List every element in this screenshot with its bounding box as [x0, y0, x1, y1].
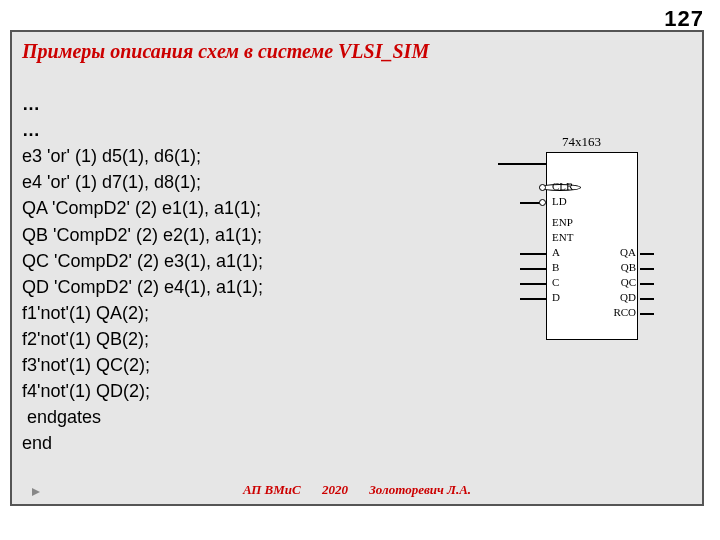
- inverter-bubble-icon: [539, 184, 546, 191]
- pin-label: D: [552, 291, 560, 303]
- code-line: QD 'CompD2' (2) e4(1), a1(1);: [22, 277, 263, 297]
- pin-label: ENP: [552, 216, 573, 228]
- code-line: f4'not'(1) QD(2);: [22, 381, 150, 401]
- wire-icon: [520, 298, 546, 300]
- pin-label: LD: [552, 195, 567, 207]
- wire-icon: [640, 283, 654, 285]
- wire-icon: [640, 253, 654, 255]
- wire-icon: [520, 202, 540, 204]
- pin-label: ENT: [552, 231, 573, 243]
- code-line: endgates: [22, 407, 101, 427]
- pin-label: A: [552, 246, 560, 258]
- slide-body: Примеры описания схем в системе VLSI_SIM…: [10, 30, 704, 506]
- pin-label: C: [552, 276, 559, 288]
- code-line: f1'not'(1) QA(2);: [22, 303, 149, 323]
- footer-course: АП ВМиС: [243, 482, 301, 497]
- code-line: f3'not'(1) QC(2);: [22, 355, 150, 375]
- pin-label: QC: [621, 276, 636, 288]
- code-line: …: [22, 94, 40, 114]
- wire-icon: [520, 283, 546, 285]
- code-line: QA 'CompD2' (2) e1(1), a1(1);: [22, 198, 261, 218]
- code-line: …: [22, 120, 40, 140]
- wire-icon: [520, 268, 546, 270]
- inverter-bubble-icon: [539, 199, 546, 206]
- code-line: QC 'CompD2' (2) e3(1), a1(1);: [22, 251, 263, 271]
- pin-label: B: [552, 261, 559, 273]
- footer-author: Золоторевич Л.А.: [369, 482, 471, 497]
- pin-label: RCO: [613, 306, 636, 318]
- pin-label: QA: [620, 246, 636, 258]
- wire-icon: [498, 163, 546, 165]
- code-line: QB 'CompD2' (2) e2(1), a1(1);: [22, 225, 262, 245]
- code-line: e4 'or' (1) d7(1), d8(1);: [22, 172, 201, 192]
- wire-icon: [640, 268, 654, 270]
- code-line: f2'not'(1) QB(2);: [22, 329, 149, 349]
- wire-icon: [640, 298, 654, 300]
- slide-title: Примеры описания схем в системе VLSI_SIM: [22, 40, 692, 63]
- chip-diagram: 74x163 CLR LD ENP: [492, 150, 652, 350]
- pin-label: CLR: [552, 180, 573, 192]
- code-line: end: [22, 433, 52, 453]
- wire-icon: [520, 253, 546, 255]
- footer-year: 2020: [322, 482, 348, 497]
- page-number: 127: [664, 6, 704, 32]
- pin-label: QD: [620, 291, 636, 303]
- slide-footer: АП ВМиС 2020 Золоторевич Л.А.: [12, 482, 702, 498]
- pin-label: QB: [621, 261, 636, 273]
- code-line: e3 'or' (1) d5(1), d6(1);: [22, 146, 201, 166]
- wire-icon: [640, 313, 654, 315]
- chip-part-number: 74x163: [562, 134, 601, 150]
